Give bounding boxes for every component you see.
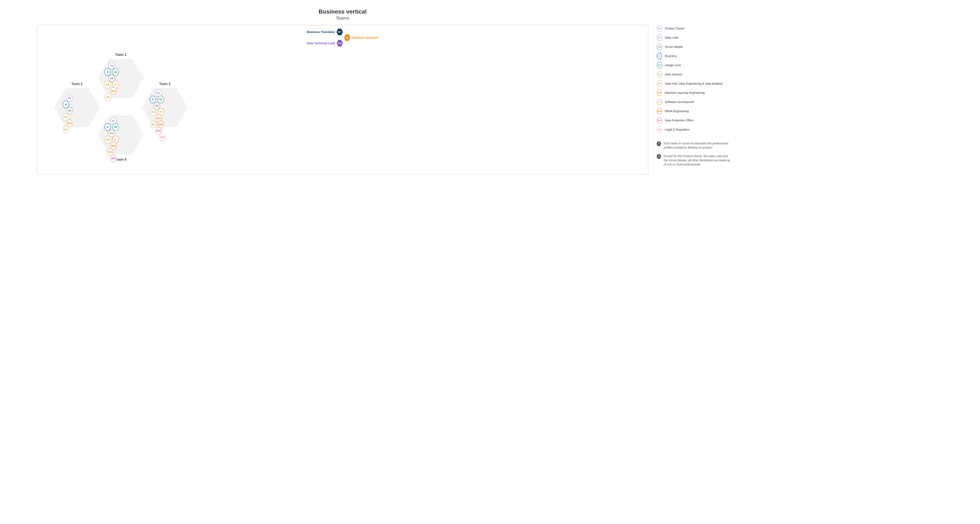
role-abbr: PO [68,97,71,100]
team-cluster-team2: POBSMDSMLEDH [62,95,73,133]
legend-row-sm: SMScrum Master [657,43,943,50]
legend-label: Data Lead [665,36,679,39]
role-abbr: DH [151,124,154,126]
role-hex-de: DE [657,62,662,68]
role-hex-eng: ENG [657,108,662,114]
team-label-team2: Team 2 [64,82,89,86]
role-abbr: DL [658,37,661,39]
role-hex-ds: DS [657,71,662,78]
role-hex-po: PO [657,25,662,32]
notes: 1Each team or scrum incorporates the pro… [657,141,943,167]
role-abbr: IT [160,111,162,113]
role-abbr: DL [112,120,115,122]
note-number-icon: 1 [657,141,661,146]
bt-abbr: BT [338,31,341,33]
role-hex-dl: DL [657,34,662,41]
left-column: Business vertical Teams Business Transla… [37,8,648,175]
legend-label: Legal & Regulation [665,128,690,131]
role-abbr: SM [68,110,71,112]
cluster-row: DH [104,93,111,101]
role-abbr: SM [658,46,661,48]
sa-label: Solutions Architect [352,36,379,39]
role-abbr: DPO [156,130,161,132]
legend: POProduct OwnerDLData LeadSMScrum Master… [657,25,943,133]
role-abbr: ENG [657,110,662,112]
role-hex-it: IT [657,98,662,105]
legend-label: Data Hub: Data Engineering & Data Analys… [665,82,723,85]
legend-label: Business [665,54,677,58]
bt-label: Business Translator [307,30,335,33]
title-block: Business vertical Teams [37,8,648,21]
role-abbr: DH [108,151,111,153]
role-abbr: SM [110,77,113,79]
team-bg-team2 [54,87,100,129]
note: 2Except for the Product Owner, the Data … [657,154,943,167]
role-hex-mle: MLE [657,89,662,96]
role-abbr: MLE [111,90,116,92]
legend-row-b: BBusiness [657,52,943,59]
legend-row-it: ITSoftware Development [657,98,943,105]
role-hex-sm: SM [657,43,662,50]
diagram-canvas: Business vertical Teams Business Transla… [13,8,967,175]
role-abbr: DE [114,71,117,73]
role-abbr: DL [157,92,160,94]
role-abbr: IT [115,84,117,86]
team-label-team1: Team 1 [108,53,134,57]
page-subtitle: Teams [37,16,648,21]
legend-label: Scrum Master [665,45,683,48]
role-abbr: PO [658,27,661,29]
role-abbr: B [152,98,153,101]
role-abbr: DS [151,111,154,113]
role-abbr: B [65,103,67,106]
header-roles: Business Translator BT Data Technical Le… [41,30,644,45]
role-abbr: MLE [111,145,116,147]
header-role-bt: Business Translator BT [307,29,343,35]
header-role-sa-hex: SA [344,34,350,41]
role-abbr: IT [115,138,117,141]
team-label-team3: Team 3 [152,82,177,86]
legend-label: Software Development [665,100,695,104]
legend-label: Machine Learning Engineering [665,91,705,94]
legend-row-eng: ENGBBVA Engineering [657,108,943,114]
role-hex-dpo: DPO [657,117,662,124]
teams-frame: Business Translator BT Data Technical Le… [37,25,648,175]
legend-label: Data Science [665,73,682,76]
legend-label: BBVA Engineering [665,110,689,113]
role-abbr: DE [114,126,117,128]
role-abbr: MLE [657,92,662,94]
legend-label: Data Protection Office [665,119,694,122]
note-number-icon: 2 [657,154,661,159]
role-hex-leg: LEG [657,126,662,133]
dtl-hex-icon: DTL [337,40,343,47]
role-abbr: ENG [159,124,163,126]
role-abbr: LEG [657,129,662,130]
role-hex-dh: DH [657,80,662,87]
teams-area: Team 1POBDESMDSITMLEDHTeam 2POBSMDSMLEDH… [41,51,644,168]
legend-row-ds: DSData Science [657,71,943,78]
role-abbr: B [107,71,108,73]
header-role-dtl: Data Technical Lead DTL [307,40,343,47]
legend-row-dl: DLData Lead [657,34,943,41]
role-abbr: B [659,55,660,57]
sa-abbr: SA [346,37,349,39]
note-text: Each team or scrum incorporates the prof… [664,141,730,150]
role-abbr: SM [110,132,113,135]
role-abbr: DH [658,83,661,85]
legend-label: Product Owner [665,27,684,30]
legend-row-mle: MLEMachine Learning Engineering [657,89,943,96]
role-abbr: DS [106,138,109,141]
role-abbr: B [107,126,108,128]
team-cluster-team3: DLBDESMDSITMLEDHENGDPOLEG [148,90,166,140]
role-abbr: DS [106,84,109,86]
legend-label: Design (UX) [665,64,681,67]
role-abbr: DE [658,64,661,66]
legend-row-po: POProduct Owner [657,25,943,32]
role-abbr: DS [64,116,67,118]
role-abbr: DS [658,73,661,75]
note-text: Except for the Product Owner, the Data L… [664,154,730,167]
role-abbr: MLE [67,122,72,124]
dtl-abbr: DTL [337,42,342,44]
legend-row-leg: LEGLegal & Regulation [657,126,943,133]
legend-row-de: DEDesign (UX) [657,62,943,68]
legend-row-dpo: DPOData Protection Office [657,117,943,124]
